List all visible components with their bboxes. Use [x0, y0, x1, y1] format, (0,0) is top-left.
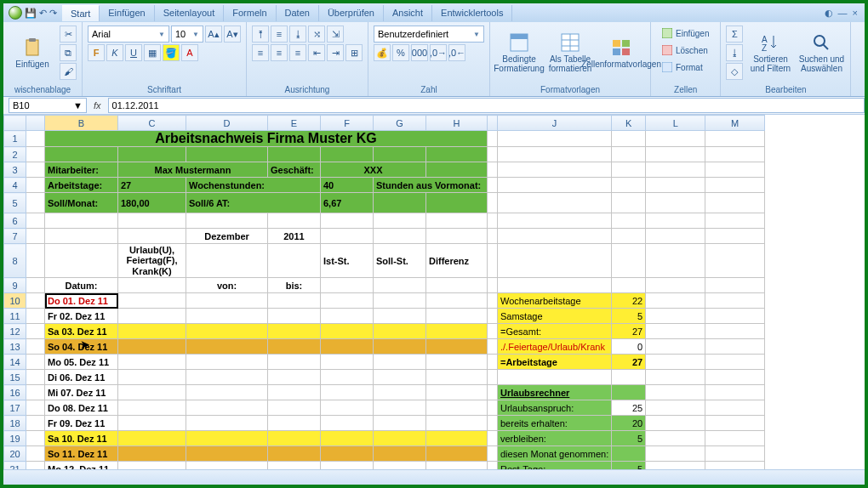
cell[interactable] [26, 431, 45, 446]
cell[interactable] [426, 339, 488, 355]
comma-icon[interactable]: 000 [411, 44, 428, 61]
cell[interactable] [488, 309, 498, 324]
format-painter-icon[interactable]: 🖌 [60, 63, 77, 80]
cell[interactable] [268, 324, 321, 339]
cell[interactable] [498, 278, 612, 293]
cell[interactable] [498, 370, 612, 385]
redo-icon[interactable]: ↷ [49, 8, 57, 19]
cell[interactable] [45, 147, 118, 162]
cell[interactable]: XXX [321, 162, 426, 178]
cell[interactable] [705, 178, 765, 193]
cell[interactable] [268, 147, 321, 162]
cell[interactable]: Rest-Tage: [498, 462, 612, 470]
cell[interactable] [186, 213, 268, 229]
cell[interactable] [646, 162, 705, 178]
cell[interactable]: Sa 10. Dez 11 [45, 431, 118, 446]
cell[interactable] [26, 293, 45, 309]
autosum-icon[interactable]: Σ [726, 26, 743, 43]
cell[interactable] [118, 147, 186, 162]
cell[interactable]: 5 [612, 462, 646, 470]
cell[interactable] [498, 131, 612, 147]
find-select-button[interactable]: Suchen und Auswählen [797, 26, 845, 80]
cell[interactable] [705, 446, 765, 462]
cell[interactable] [374, 147, 426, 162]
cell[interactable]: 40 [321, 178, 374, 193]
cell[interactable] [488, 162, 498, 178]
help-icon[interactable]: ◐ [825, 8, 833, 19]
cell[interactable] [488, 400, 498, 416]
cell[interactable] [488, 178, 498, 193]
cell[interactable]: Samstage [498, 309, 612, 324]
cell[interactable] [426, 370, 488, 385]
cell[interactable] [426, 229, 488, 244]
cell[interactable] [26, 162, 45, 178]
border-button[interactable]: ▦ [144, 44, 161, 61]
cell[interactable] [426, 446, 488, 462]
cell[interactable] [26, 147, 45, 162]
cell[interactable] [118, 293, 186, 309]
cell[interactable] [118, 355, 186, 370]
cell[interactable] [186, 370, 268, 385]
cell[interactable] [268, 385, 321, 400]
align-top-icon[interactable]: ⭱ [252, 26, 269, 43]
cell[interactable] [374, 431, 426, 446]
cell[interactable] [374, 339, 426, 355]
cell[interactable] [118, 309, 186, 324]
tab-daten[interactable]: Daten [277, 5, 319, 21]
cell[interactable] [646, 193, 705, 213]
cell[interactable] [45, 213, 118, 229]
cell[interactable] [705, 293, 765, 309]
cell[interactable] [705, 213, 765, 229]
cell[interactable] [426, 385, 488, 400]
cell[interactable] [186, 385, 268, 400]
cell[interactable]: Mo 05. Dez 11 [45, 355, 118, 370]
cell[interactable] [186, 446, 268, 462]
cell[interactable] [321, 446, 374, 462]
cell[interactable] [374, 355, 426, 370]
wrap-text-icon[interactable]: ⇲ [327, 26, 344, 43]
cell[interactable] [321, 416, 374, 431]
cell[interactable]: Urlaubsanspruch: [498, 400, 612, 416]
bold-button[interactable]: F [88, 44, 105, 61]
cell[interactable]: Mi 07. Dez 11 [45, 385, 118, 400]
cell[interactable]: Differenz [426, 244, 488, 278]
cell[interactable] [612, 131, 646, 147]
cell[interactable] [612, 147, 646, 162]
cell[interactable] [118, 324, 186, 339]
cell[interactable]: So 11. Dez 11 [45, 446, 118, 462]
percent-icon[interactable]: % [392, 44, 409, 61]
cell[interactable] [646, 431, 705, 446]
cell[interactable] [646, 309, 705, 324]
cell[interactable]: Mo 12. Dez 11 [45, 462, 118, 470]
column-header[interactable]: E [268, 116, 321, 131]
increase-decimal-icon[interactable]: ,0→ [430, 44, 447, 61]
cell[interactable]: bereits erhalten: [498, 416, 612, 431]
cell[interactable] [26, 193, 45, 213]
cell[interactable] [374, 416, 426, 431]
cell[interactable] [45, 244, 118, 278]
row-header[interactable]: 11 [4, 309, 26, 324]
cell[interactable] [498, 229, 612, 244]
worksheet[interactable]: BCDEFGHJKLM1Arbeitsnachweis Firma Muster… [3, 115, 865, 469]
tab-entwicklertools[interactable]: Entwicklertools [432, 5, 512, 21]
row-header[interactable]: 14 [4, 355, 26, 370]
increase-font-icon[interactable]: A▴ [205, 26, 222, 43]
cell[interactable] [321, 339, 374, 355]
cell[interactable]: Urlaubsrechner [498, 385, 612, 400]
row-header[interactable]: 7 [4, 229, 26, 244]
row-header[interactable]: 9 [4, 278, 26, 293]
minimize-ribbon-icon[interactable]: — [838, 8, 848, 19]
formula-input[interactable]: 01.12.2011 [108, 98, 865, 113]
cell[interactable] [498, 193, 612, 213]
cell[interactable] [488, 385, 498, 400]
cell[interactable]: Do 08. Dez 11 [45, 400, 118, 416]
cell[interactable] [118, 229, 186, 244]
cell[interactable] [374, 278, 426, 293]
row-header[interactable]: 6 [4, 213, 26, 229]
tab-überprüfen[interactable]: Überprüfen [319, 5, 384, 21]
cell[interactable] [186, 462, 268, 470]
column-header[interactable]: J [498, 116, 612, 131]
insert-cells-button[interactable]: Einfügen [656, 26, 715, 41]
cell[interactable] [426, 416, 488, 431]
cell[interactable] [612, 178, 646, 193]
